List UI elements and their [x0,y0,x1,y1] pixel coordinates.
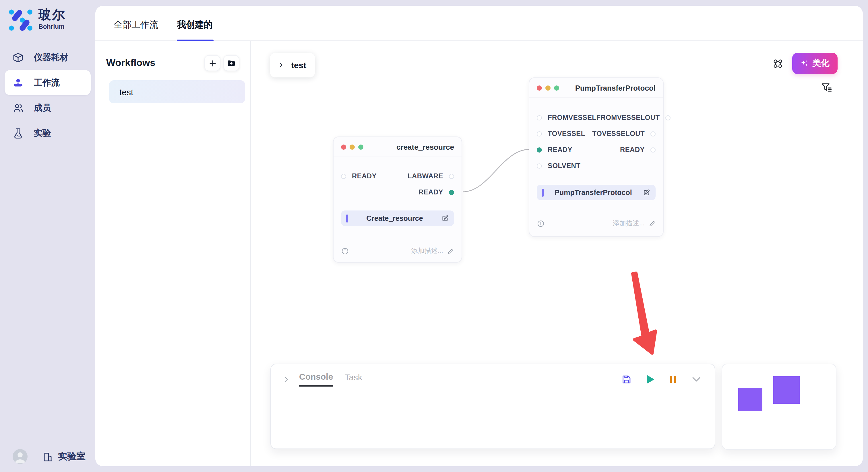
dot-green-icon [358,144,363,149]
node-title: create_resource [396,142,454,151]
plus-icon [208,59,217,67]
node-action-button[interactable]: PumpTransferProtocol [537,185,656,200]
output-port-fromvesselout[interactable]: FROMVESSELOUT [596,113,671,122]
sidebar-item-experiments[interactable]: 实验 [5,121,91,146]
port-circle[interactable] [341,173,346,179]
port-label: READY [548,146,572,154]
user-avatar[interactable] [12,449,28,464]
dot-yellow-icon [350,144,355,149]
workflow-list-item[interactable]: test [109,80,245,103]
pencil-icon[interactable] [447,247,454,255]
workflows-title: Workflows [106,57,155,69]
tab-all-workflows[interactable]: 全部工作流 [114,9,158,40]
output-port-ready[interactable]: READY [620,146,656,154]
port-circle[interactable] [665,115,671,120]
collapse-panel-button[interactable] [691,373,702,385]
sidebar-footer: 实验室 [0,449,95,464]
input-port-fromvessel[interactable]: FROMVESSEL [537,113,596,122]
red-arrow-annotation [623,270,664,361]
lab-switcher[interactable]: 实验室 [42,450,86,463]
brand-logo: 玻尔 Bohrium [0,0,95,33]
beautify-button[interactable]: 美化 [792,53,838,74]
window-dots-icon [341,144,363,149]
workflow-name: test [119,87,133,97]
port-circle[interactable] [537,163,542,168]
beautify-label: 美化 [812,58,830,69]
console-panel: Console Task [270,364,715,449]
chevron-down-icon [691,373,702,385]
port-label: READY [620,146,645,154]
save-icon [621,374,632,384]
port-circle-connected[interactable] [537,147,542,152]
port-label: FROMVESSEL [548,113,596,122]
edit-icon[interactable] [643,189,650,196]
save-button[interactable] [621,374,632,384]
pause-button[interactable] [668,374,678,384]
port-circle[interactable] [537,115,542,120]
sidebar-item-workflow[interactable]: 工作流 [5,70,91,95]
node-footer: 添加描述... [341,247,454,255]
bohrium-logo-icon [8,7,33,33]
node-footer: 添加描述... [537,219,656,228]
port-label: TOVESSEL [548,130,585,138]
minimap[interactable] [722,364,836,450]
info-icon[interactable] [341,247,349,255]
console-header: Console Task [271,364,715,386]
description-placeholder[interactable]: 添加描述... [613,219,645,228]
port-circle[interactable] [449,173,454,179]
brand-subtitle: Bohrium [38,23,66,30]
tab-label: 我创建的 [177,19,213,31]
folder-download-icon [227,59,236,68]
sidebar-item-members[interactable]: 成员 [5,95,91,121]
port-circle[interactable] [650,147,656,152]
sidebar-item-label: 实验 [34,128,51,138]
input-port-ready[interactable]: READY [537,146,572,154]
action-label: PumpTransferProtocol [544,189,643,196]
minimap-node-pump-transfer [773,376,800,404]
window-dots-icon [537,85,559,90]
lab-label: 实验室 [58,450,86,463]
edit-icon[interactable] [441,214,449,222]
node-create-resource[interactable]: create_resource READY LABWARE [333,136,462,263]
import-workflow-button[interactable] [223,55,239,71]
node-action-button[interactable]: Create_resource [341,210,454,226]
port-circle[interactable] [537,131,542,136]
port-circle-connected[interactable] [449,190,454,195]
filter-button[interactable] [820,81,833,94]
collapse-chevron-right-icon[interactable] [282,375,290,383]
pencil-icon[interactable] [649,220,656,227]
input-port-solvent[interactable]: SOLVENT [537,162,580,170]
node-header: PumpTransferProtocol [529,78,663,98]
add-workflow-button[interactable] [205,55,220,71]
breadcrumb-label: test [291,60,306,70]
node-ports: READY LABWARE READY [334,157,462,200]
dot-red-icon [341,144,346,149]
node-pump-transfer-protocol[interactable]: PumpTransferProtocol FROMVESSEL FROMVESS… [529,77,663,237]
tab-console[interactable]: Console [299,372,333,386]
description-placeholder[interactable]: 添加描述... [411,247,443,255]
dot-red-icon [537,85,542,90]
workflow-canvas[interactable]: test 美化 [251,41,863,466]
sidebar-nav: 仪器耗材 工作流 成员 [0,45,95,146]
node-header: create_resource [334,137,462,157]
sidebar-item-instruments[interactable]: 仪器耗材 [5,45,91,70]
brand-title: 玻尔 [38,7,66,22]
person-icon [12,449,28,464]
tab-task[interactable]: Task [344,372,362,386]
run-button[interactable] [645,374,656,384]
info-icon[interactable] [537,220,545,227]
breadcrumb[interactable]: test [270,53,315,77]
shortcut-button[interactable] [770,56,785,71]
output-port-tovesselout[interactable]: TOVESSELOUT [592,130,656,138]
tab-my-created[interactable]: 我创建的 [177,9,213,40]
node-title: PumpTransferProtocol [575,83,656,92]
port-circle[interactable] [650,131,656,136]
package-icon [12,51,24,63]
input-port-tovessel[interactable]: TOVESSEL [537,130,585,138]
output-port-ready[interactable]: READY [418,188,454,196]
output-port-labware[interactable]: LABWARE [408,172,454,180]
node-ports: FROMVESSEL FROMVESSELOUT TOVESSEL [529,98,663,174]
chevron-right-icon [278,62,284,68]
input-port-ready[interactable]: READY [341,172,377,180]
command-icon [772,58,784,69]
